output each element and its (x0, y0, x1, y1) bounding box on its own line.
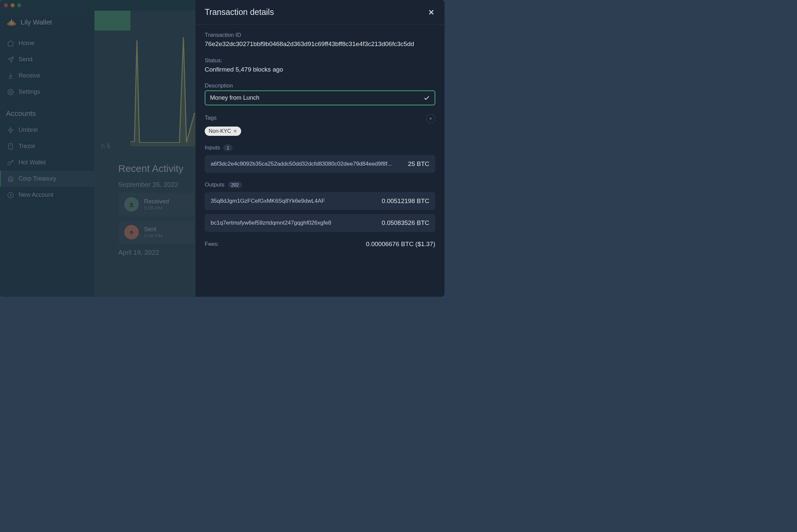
inputs-label: Inputs (205, 145, 220, 151)
panel-title: Transaction details (205, 7, 274, 17)
input-address: a6f3dc2e4c9092b35ca252addc50dd32dcfd8308… (211, 161, 402, 167)
status-value: Confirmed 5,479 blocks ago (205, 65, 435, 74)
tags-label: Tags (205, 115, 217, 121)
inputs-count: 1 (223, 145, 232, 151)
description-label: Description (205, 82, 435, 89)
tag-chip: Non-KYC ✕ (205, 127, 241, 136)
description-input-wrapper (205, 91, 435, 105)
transaction-details-panel: Transaction details Transaction ID 76e2e… (195, 0, 444, 297)
description-input[interactable] (210, 94, 423, 101)
output-address: 35q8dJgm1GzFCefGxMK6Sq8Yk6e9dwL4AF (211, 198, 376, 204)
fees-label: Fees: (205, 241, 219, 247)
fees-value: 0.00006676 BTC ($1.37) (366, 241, 435, 248)
txid-label: Transaction ID (205, 32, 435, 38)
output-address: bc1q7ertmsfyw6ef59zrtdqmnt247gqghf026xgf… (211, 220, 376, 226)
tag-remove-icon[interactable]: ✕ (233, 129, 237, 134)
status-label: Status: (205, 57, 435, 64)
output-amount: 0.00512198 BTC (382, 197, 429, 205)
output-row[interactable]: bc1q7ertmsfyw6ef59zrtdqmnt247gqghf026xgf… (205, 214, 435, 232)
txid-value: 76e2e32dc30271bbf9b0468a2d363d91c69ff43b… (205, 40, 435, 49)
close-icon[interactable] (427, 8, 435, 16)
input-row[interactable]: a6f3dc2e4c9092b35ca252addc50dd32dcfd8308… (205, 155, 435, 173)
output-row[interactable]: 35q8dJgm1GzFCefGxMK6Sq8Yk6e9dwL4AF 0.005… (205, 192, 435, 210)
outputs-count: 202 (228, 182, 242, 188)
outputs-label: Outputs (205, 182, 225, 188)
output-amount: 0.05083526 BTC (382, 219, 429, 227)
check-icon[interactable] (423, 95, 430, 101)
plus-icon (428, 116, 433, 121)
tag-label: Non-KYC (209, 128, 231, 134)
add-tag-button[interactable] (426, 114, 435, 123)
input-amount: 25 BTC (408, 160, 429, 168)
